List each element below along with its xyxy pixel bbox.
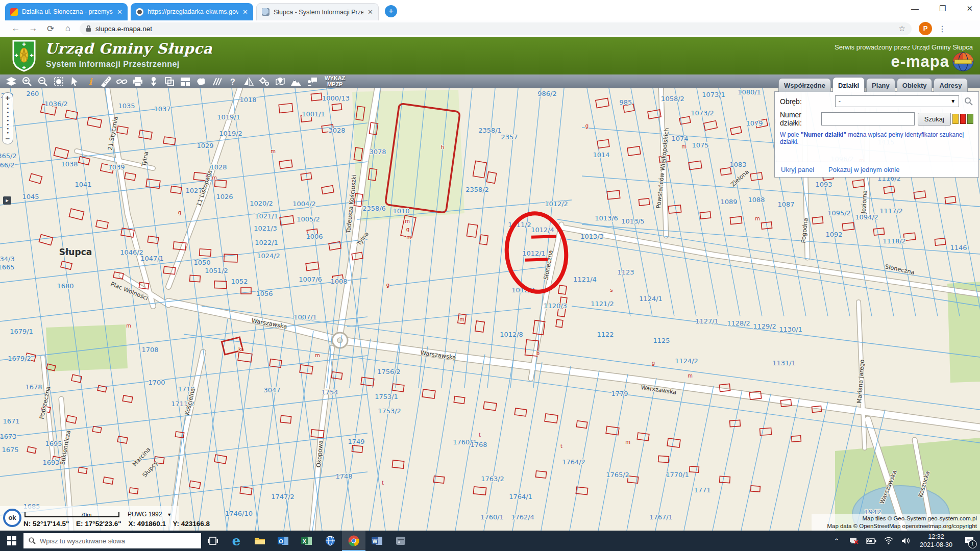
szukaj-button[interactable]: Szukaj: [918, 113, 951, 126]
terrain-icon[interactable]: [288, 76, 304, 88]
legend-yellow-swatch[interactable]: [952, 114, 959, 124]
measure-icon[interactable]: [98, 76, 114, 88]
tab-obiekty[interactable]: Obiekty: [897, 78, 933, 92]
tool-app-icon[interactable]: [389, 531, 412, 551]
bookmark-star-icon[interactable]: ☆: [899, 24, 905, 33]
browser-tab-active[interactable]: Słupca - System Informacji Przest ✕: [256, 3, 379, 20]
tray-expand-icon[interactable]: ⌃: [829, 531, 844, 551]
chrome-icon[interactable]: [342, 531, 365, 551]
crs-selector[interactable]: PUWG 1992▼: [128, 511, 172, 518]
print-icon[interactable]: [130, 76, 145, 88]
device-error-icon[interactable]: [846, 531, 862, 551]
zoom-slider[interactable]: ●●●●●●●●: [3, 102, 13, 135]
ok-button[interactable]: ok: [3, 509, 21, 527]
street-view-icon[interactable]: [145, 76, 161, 88]
tab-title: Słupca - System Informacji Przest: [274, 9, 363, 16]
legend-red-swatch[interactable]: [960, 114, 966, 124]
legend-green-swatch[interactable]: [967, 114, 973, 124]
map-zoom-in-button[interactable]: +: [3, 94, 13, 102]
coord-n: N: 52°17'14.5": [23, 520, 69, 528]
word-icon[interactable]: W: [365, 531, 389, 551]
hatch-icon[interactable]: [209, 76, 225, 88]
svg-text:m: m: [459, 317, 464, 322]
file-explorer-icon[interactable]: [248, 531, 272, 551]
site-subtitle: System Informacji Przestrzennej: [46, 60, 180, 69]
browser-tab-2[interactable]: https://przegladarka-ekw.ms.gov ✕: [131, 3, 253, 20]
start-button[interactable]: [0, 531, 23, 551]
reload-icon[interactable]: ⟳: [42, 23, 59, 34]
side-panel-toggle[interactable]: ►: [3, 196, 11, 205]
lock-icon: [86, 25, 91, 32]
url-bar[interactable]: slupca.e-mapa.net ☆: [80, 22, 912, 35]
flip-icon[interactable]: [240, 76, 256, 88]
polygon-icon[interactable]: [193, 76, 209, 88]
svg-text:t: t: [479, 432, 481, 438]
outlook-icon[interactable]: O: [272, 531, 295, 551]
taskbar-search[interactable]: Wpisz tu wyszukiwane słowa: [23, 533, 201, 548]
info-icon[interactable]: i: [82, 76, 98, 88]
forward-icon[interactable]: →: [24, 23, 42, 34]
task-view-icon[interactable]: [201, 531, 225, 551]
wykaz-mpzp-button[interactable]: WYKAZ MPZP: [325, 76, 345, 87]
volume-icon[interactable]: [898, 531, 914, 551]
home-icon[interactable]: ⌂: [59, 23, 77, 34]
browser-menu-icon[interactable]: ⋮: [938, 24, 946, 34]
edge-icon[interactable]: e: [225, 531, 248, 551]
svg-text:986/2: 986/2: [537, 90, 556, 97]
globe-app-icon[interactable]: [318, 531, 342, 551]
tab-adresy[interactable]: Adresy: [934, 78, 967, 92]
svg-text:1123: 1123: [617, 268, 634, 276]
svg-text:1037: 1037: [154, 105, 170, 113]
layout-icon[interactable]: [177, 76, 193, 88]
zoom-in-icon[interactable]: [19, 76, 35, 88]
pointer-icon[interactable]: [66, 76, 82, 88]
window-close-button[interactable]: ✕: [966, 4, 973, 13]
svg-text:2357: 2357: [501, 133, 518, 141]
layers-icon[interactable]: [3, 76, 19, 88]
svg-text:1075: 1075: [692, 141, 708, 149]
battery-icon[interactable]: [864, 531, 879, 551]
svg-text:1019/2: 1019/2: [219, 130, 242, 137]
svg-text:1747/2: 1747/2: [271, 493, 295, 500]
hide-panel-link[interactable]: Ukryj panel: [781, 166, 814, 173]
emapa-logo[interactable]: e-mapa: [891, 52, 974, 72]
numer-dzialki-input[interactable]: [821, 112, 915, 126]
map-zoom-out-button[interactable]: −: [3, 135, 13, 143]
search-icon[interactable]: [964, 97, 973, 106]
gmina-crest-icon: ✚ ✚ ✚ ✚: [12, 40, 36, 72]
svg-text:1028: 1028: [210, 163, 227, 171]
copy-window-icon[interactable]: [161, 76, 177, 88]
attribution-data[interactable]: Map data © OpenStreetMap openstreetmap.o…: [815, 522, 977, 530]
window-restore-button[interactable]: ❐: [939, 4, 946, 13]
help-icon[interactable]: ?: [225, 76, 240, 88]
browser-tab-1[interactable]: Działka ul. Słoneczna - przemysł ✕: [5, 3, 128, 20]
window-minimize-button[interactable]: —: [911, 4, 919, 13]
profile-avatar[interactable]: P: [919, 22, 932, 35]
tab-plany[interactable]: Plany: [866, 78, 895, 92]
tab-close-icon[interactable]: ✕: [242, 8, 248, 16]
back-icon[interactable]: ←: [7, 23, 24, 34]
svg-text:3028: 3028: [328, 127, 345, 134]
wifi-icon[interactable]: [881, 531, 896, 551]
tab-close-icon[interactable]: ✕: [117, 8, 122, 16]
zoom-out-icon[interactable]: [35, 76, 51, 88]
feedback-icon[interactable]: [304, 76, 320, 88]
excel-icon[interactable]: X: [295, 531, 318, 551]
taskbar-clock[interactable]: 12:32 2021-08-30: [920, 533, 952, 549]
notification-center-icon[interactable]: 1: [959, 531, 980, 551]
select-area-icon[interactable]: [51, 76, 66, 88]
single-window-link[interactable]: Pokazuj w jednym oknie: [828, 166, 899, 173]
chevron-down-icon: ▼: [950, 98, 955, 104]
attribution-tiles[interactable]: Map tiles © Geo-System geo-system.com.pl: [815, 515, 977, 522]
map-zoom-widget[interactable]: + ●●●●●●●● −: [2, 92, 13, 144]
coord-e: E: 17°52'23.6": [76, 520, 121, 528]
link-icon[interactable]: [114, 76, 130, 88]
obreb-select[interactable]: - ▼: [835, 95, 959, 107]
tab-wspolrzedne[interactable]: Współrzędne: [778, 78, 831, 92]
tab-dzialki[interactable]: Działki: [832, 77, 865, 92]
settings-icon[interactable]: [256, 76, 272, 88]
new-tab-button[interactable]: +: [385, 5, 397, 17]
svg-text:1006: 1006: [306, 233, 323, 240]
locate-icon[interactable]: [272, 76, 288, 88]
tab-close-icon[interactable]: ✕: [368, 8, 373, 16]
